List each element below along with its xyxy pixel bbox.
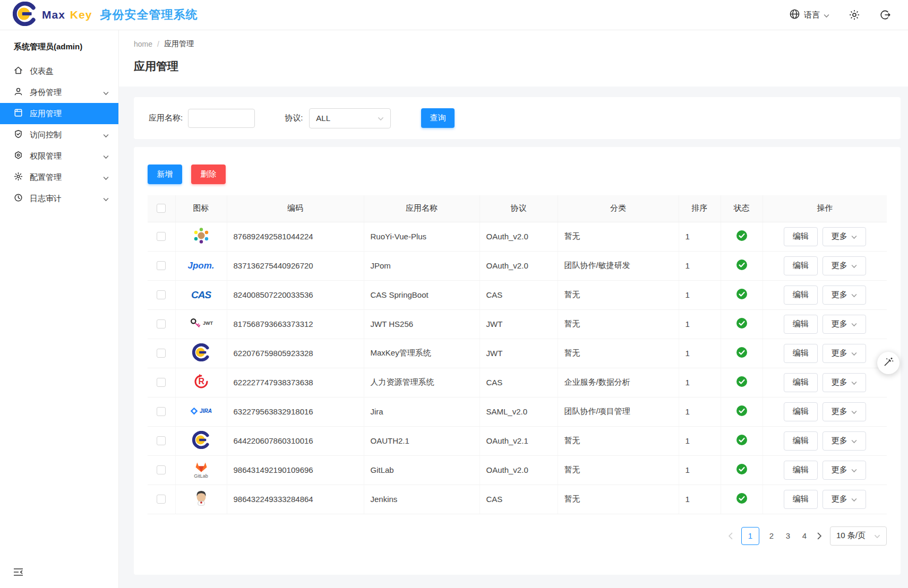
row-checkbox[interactable] [157,232,166,241]
edit-button[interactable]: 编辑 [784,490,818,509]
delete-button[interactable]: 删除 [191,165,226,184]
gitlab-logo-icon: GitLab [194,462,209,479]
breadcrumb-home-link[interactable]: home [134,40,152,48]
config-icon [14,172,23,183]
chevron-down-icon [851,290,857,299]
row-checkbox[interactable] [157,319,166,328]
app-name: RuoYi-Vue-Plus [364,222,479,251]
more-button[interactable]: 更多 [823,461,866,480]
app-sort: 1 [679,339,721,368]
more-button[interactable]: 更多 [823,490,866,509]
row-checkbox[interactable] [157,407,166,416]
sidebar-item-permission[interactable]: 权限管理 [0,145,118,167]
table-row: Jpom.837136275440926720JPomOAuth_v2.0团队协… [148,251,887,280]
search-button[interactable]: 查询 [421,108,455,128]
edit-button[interactable]: 编辑 [784,461,818,480]
app-code: 817568793663373312 [227,309,364,339]
edit-button[interactable]: 编辑 [784,315,818,334]
table-panel: 新增 删除 图标编码应用名称协议分类排序状态操作 876892492581044… [134,147,901,575]
edit-button[interactable]: 编辑 [784,256,818,275]
hr-logo-icon: R [193,373,210,390]
breadcrumb-current: 应用管理 [164,39,194,49]
page-number-3[interactable]: 3 [784,531,792,540]
page-number-2[interactable]: 2 [767,531,776,540]
maxkey-logo-icon [13,2,37,28]
table-row: 986432249333284864JenkinsCAS暂无1 编辑更多 [148,485,887,514]
prev-page-icon[interactable] [728,532,733,540]
row-checkbox[interactable] [157,436,166,445]
row-checkbox[interactable] [157,290,166,299]
sidebar-item-config[interactable]: 配置管理 [0,167,118,188]
apps-table: 图标编码应用名称协议分类排序状态操作 876892492581044224Ruo… [148,195,887,514]
app-category: 团队协作/项目管理 [558,397,679,426]
chevron-down-icon [851,436,857,445]
sidebar-item-dashboard[interactable]: 仪表盘 [0,60,118,82]
next-page-icon[interactable] [817,532,822,540]
app-name-label: 应用名称: [149,113,183,123]
more-button[interactable]: 更多 [823,315,866,334]
protocol-select[interactable]: ALL [309,108,391,128]
status-enabled-icon [736,405,747,416]
sidebar-item-audit[interactable]: 日志审计 [0,188,118,209]
sidebar-item-access[interactable]: 访问控制 [0,124,118,145]
column-header: 状态 [721,195,763,222]
row-checkbox[interactable] [157,261,166,270]
sidebar-item-label: 配置管理 [30,172,62,183]
status-enabled-icon [736,347,747,358]
app-name: JWT HS256 [364,309,479,339]
table-row: JIRA632279563832918016JiraSAML_v2.0团队协作/… [148,397,887,426]
page-number-1-active[interactable]: 1 [741,527,759,545]
more-button[interactable]: 更多 [823,256,866,275]
more-button[interactable]: 更多 [823,286,866,305]
app-protocol: CAS [479,280,558,309]
app-name-input[interactable] [188,109,255,128]
app-code: 622076759805923328 [227,339,364,368]
status-enabled-icon [736,376,747,387]
sidebar: 系统管理员(admin) 仪表盘身份管理应用管理访问控制权限管理配置管理日志审计 [0,30,119,588]
theme-settings-button[interactable] [877,352,900,374]
app-category: 暂无 [558,280,679,309]
settings-button[interactable] [849,9,860,21]
dashboard-icon [14,66,23,76]
column-header: 图标 [175,195,227,222]
edit-button[interactable]: 编辑 [784,431,818,451]
content-header: home / 应用管理 应用管理 [119,30,908,87]
language-switcher[interactable]: 语言 [789,8,829,21]
row-checkbox[interactable] [157,349,166,358]
app-sort: 1 [679,251,721,280]
row-checkbox[interactable] [157,465,166,474]
app-code: 644220607860310016 [227,426,364,455]
edit-button[interactable]: 编辑 [784,227,818,246]
more-button[interactable]: 更多 [823,373,866,392]
logout-button[interactable] [879,9,891,21]
app-code: 986431492190109696 [227,455,364,485]
app-sort: 1 [679,309,721,339]
status-enabled-icon [736,318,747,328]
select-all-checkbox[interactable] [157,204,166,213]
edit-button[interactable]: 编辑 [784,402,818,421]
menu-fold-icon[interactable] [13,567,24,580]
more-button[interactable]: 更多 [823,402,866,421]
app-protocol: JWT [479,339,558,368]
edit-button[interactable]: 编辑 [784,286,818,305]
column-header: 编码 [227,195,364,222]
more-button[interactable]: 更多 [823,344,866,363]
row-checkbox[interactable] [157,495,166,504]
row-checkbox[interactable] [157,378,166,387]
page-number-4[interactable]: 4 [800,531,809,540]
page-size-select[interactable]: 10 条/页 [830,526,887,546]
chevron-down-icon [824,11,829,20]
table-row: R622227747938373638人力资源管理系统CAS企业服务/数据分析1… [148,368,887,397]
chevron-down-icon [103,152,109,161]
add-button[interactable]: 新增 [148,165,182,184]
more-button[interactable]: 更多 [823,431,866,451]
ruoyi-logo-icon [192,227,210,245]
brand-logo[interactable]: MaxKey 身份安全管理系统 [0,2,198,28]
app-protocol: OAuth_v2.0 [479,222,558,251]
edit-button[interactable]: 编辑 [784,373,818,392]
more-button[interactable]: 更多 [823,227,866,246]
sidebar-item-apps[interactable]: 应用管理 [0,103,118,124]
sidebar-item-identity[interactable]: 身份管理 [0,82,118,103]
edit-button[interactable]: 编辑 [784,344,818,363]
app-protocol: OAuth_v2.0 [479,455,558,485]
